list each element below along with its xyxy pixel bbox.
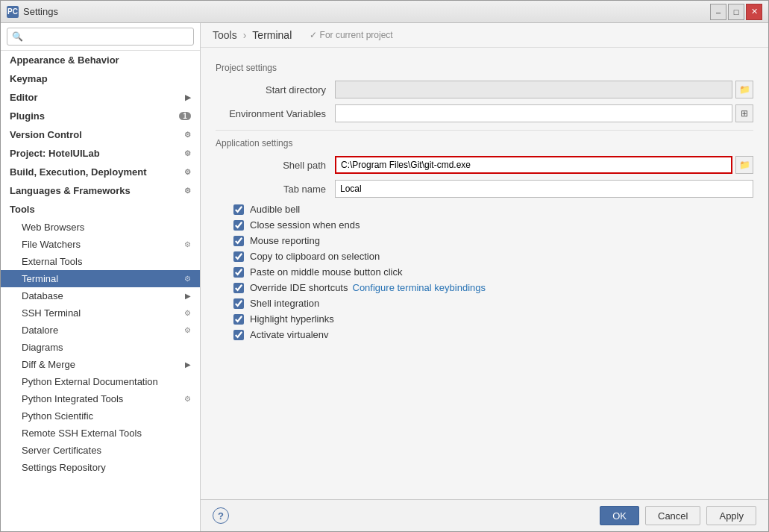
start-directory-input-wrap: 📁 <box>335 81 753 98</box>
close-session-row: Close session when ends <box>233 219 753 231</box>
shell-integration-checkbox[interactable] <box>233 298 244 309</box>
env-vars-input[interactable] <box>335 104 732 122</box>
settings-icon-9: ⚙ <box>184 395 191 403</box>
copy-clipboard-checkbox[interactable] <box>233 251 244 262</box>
shell-path-label: Shell path <box>216 160 335 171</box>
paste-middle-checkbox[interactable] <box>233 267 244 278</box>
shell-integration-label: Shell integration <box>250 298 319 309</box>
project-settings-label: Project settings <box>216 63 753 73</box>
paste-middle-row: Paste on middle mouse button click <box>233 266 753 278</box>
cancel-button[interactable]: Cancel <box>645 506 700 525</box>
bottom-right: OK Cancel Apply <box>600 506 756 525</box>
app-settings-label: Application settings <box>216 138 753 148</box>
chevron-right-icon-3: ▶ <box>185 360 191 369</box>
window-title: Settings <box>23 6 58 17</box>
sidebar-item-keymap[interactable]: Keymap <box>1 69 200 88</box>
shell-path-browse-btn[interactable]: 📁 <box>735 156 753 174</box>
sidebar-item-settings-repo[interactable]: Settings Repository <box>1 459 200 476</box>
override-shortcuts-checkbox[interactable] <box>233 283 244 293</box>
bottom-left: ? <box>213 507 229 524</box>
breadcrumb-separator: › <box>243 29 247 41</box>
sidebar-item-diagrams[interactable]: Diagrams <box>1 339 200 356</box>
sidebar: Appearance & Behavior Keymap Editor ▶ Pl… <box>1 23 201 531</box>
search-input[interactable] <box>7 28 194 46</box>
sidebar-item-datalore[interactable]: Datalore ⚙ <box>1 322 200 339</box>
settings-icon-5: ⚙ <box>184 240 191 248</box>
window-icon: PC <box>7 6 19 18</box>
tab-name-input[interactable] <box>335 180 753 198</box>
sidebar-item-languages[interactable]: Languages & Frameworks ⚙ <box>1 181 200 200</box>
tab-name-input-wrap <box>335 180 753 198</box>
mouse-reporting-label: Mouse reporting <box>250 235 320 246</box>
chevron-right-icon-2: ▶ <box>185 292 191 300</box>
sidebar-item-appearance[interactable]: Appearance & Behavior <box>1 51 200 69</box>
activate-virtualenv-checkbox[interactable] <box>233 330 244 340</box>
help-button[interactable]: ? <box>213 507 229 524</box>
settings-icon-6: ⚙ <box>184 275 191 283</box>
apply-button[interactable]: Apply <box>706 506 756 525</box>
sidebar-item-terminal[interactable]: Terminal ⚙ <box>1 270 200 287</box>
override-shortcuts-row: Override IDE shortcuts Configure termina… <box>233 282 753 293</box>
title-bar-controls: – □ ✕ <box>710 4 762 20</box>
sidebar-item-python-scientific[interactable]: Python Scientific <box>1 407 200 425</box>
env-vars-label: Environment Variables <box>216 108 335 119</box>
minimize-button[interactable]: – <box>710 4 726 20</box>
activate-virtualenv-label: Activate virtualenv <box>250 329 329 340</box>
start-directory-label: Start directory <box>216 84 335 96</box>
sidebar-item-server-certs[interactable]: Server Certificates <box>1 442 200 459</box>
sidebar-item-python-int-tools[interactable]: Python Integrated Tools ⚙ <box>1 390 200 407</box>
env-vars-edit-btn[interactable]: ⊞ <box>735 104 753 122</box>
chevron-right-icon: ▶ <box>185 93 191 101</box>
sidebar-item-database[interactable]: Database ▶ <box>1 287 200 304</box>
title-bar-left: PC Settings <box>7 6 58 18</box>
breadcrumb: Tools › Terminal ✓ For current project <box>201 23 768 48</box>
sidebar-item-ssh-terminal[interactable]: SSH Terminal ⚙ <box>1 304 200 322</box>
sidebar-item-diff-merge[interactable]: Diff & Merge ▶ <box>1 356 200 373</box>
plugins-badge: 1 <box>179 112 191 120</box>
close-button[interactable]: ✕ <box>746 4 762 20</box>
breadcrumb-current: Terminal <box>252 29 292 41</box>
sidebar-item-file-watchers[interactable]: File Watchers ⚙ <box>1 236 200 253</box>
sidebar-item-version-control[interactable]: Version Control ⚙ <box>1 125 200 144</box>
shell-path-input[interactable] <box>335 156 732 174</box>
for-project-label: ✓ For current project <box>310 30 392 40</box>
audible-bell-label: Audible bell <box>250 204 300 215</box>
sidebar-item-project[interactable]: Project: HotelUILab ⚙ <box>1 144 200 163</box>
sidebar-item-web-browsers[interactable]: Web Browsers <box>1 219 200 236</box>
configure-keybindings-link[interactable]: Configure terminal keybindings <box>353 282 486 293</box>
highlight-hyperlinks-row: Highlight hyperlinks <box>233 313 753 325</box>
sidebar-item-tools[interactable]: Tools <box>1 200 200 219</box>
settings-icon-7: ⚙ <box>184 309 191 317</box>
settings-icon: ⚙ <box>184 131 191 139</box>
mouse-reporting-checkbox[interactable] <box>233 236 244 246</box>
search-box <box>1 23 200 51</box>
sidebar-item-plugins[interactable]: Plugins 1 <box>1 107 200 125</box>
copy-clipboard-row: Copy to clipboard on selection <box>233 251 753 262</box>
shell-path-row: Shell path 📁 <box>216 156 753 174</box>
activate-virtualenv-row: Activate virtualenv <box>233 329 753 340</box>
start-directory-input[interactable] <box>335 81 732 98</box>
sidebar-item-external-tools[interactable]: External Tools <box>1 253 200 270</box>
settings-content: Project settings Start directory 📁 Envir… <box>201 48 768 499</box>
highlight-hyperlinks-checkbox[interactable] <box>233 314 244 325</box>
start-directory-browse-btn[interactable]: 📁 <box>735 81 753 98</box>
maximize-button[interactable]: □ <box>728 4 744 20</box>
settings-icon-4: ⚙ <box>184 187 191 195</box>
settings-icon-3: ⚙ <box>184 168 191 176</box>
start-directory-row: Start directory 📁 <box>216 81 753 98</box>
audible-bell-checkbox[interactable] <box>233 204 244 215</box>
ok-button[interactable]: OK <box>600 506 639 525</box>
sidebar-item-python-ext-doc[interactable]: Python External Documentation <box>1 373 200 390</box>
sidebar-item-editor[interactable]: Editor ▶ <box>1 88 200 107</box>
main-panel: Tools › Terminal ✓ For current project P… <box>201 23 768 531</box>
sidebar-item-remote-ssh[interactable]: Remote SSH External Tools <box>1 425 200 442</box>
settings-icon-2: ⚙ <box>184 149 191 157</box>
shell-integration-row: Shell integration <box>233 298 753 309</box>
settings-icon-8: ⚙ <box>184 326 191 334</box>
title-bar: PC Settings – □ ✕ <box>1 1 768 23</box>
sidebar-item-build[interactable]: Build, Execution, Deployment ⚙ <box>1 163 200 181</box>
paste-middle-label: Paste on middle mouse button click <box>250 266 403 278</box>
tab-name-row: Tab name <box>216 180 753 198</box>
close-session-checkbox[interactable] <box>233 220 244 231</box>
checkbox-icon: ✓ <box>310 30 317 40</box>
